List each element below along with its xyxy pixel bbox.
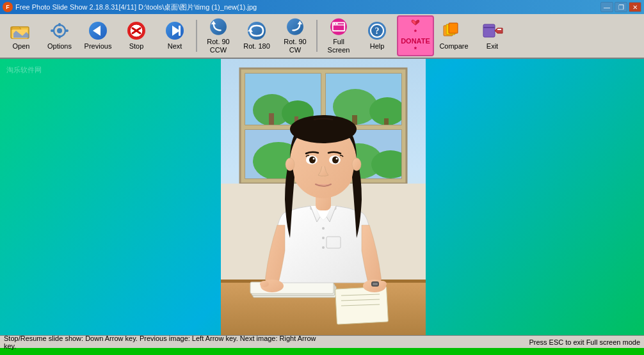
svg-rect-4 (58, 23, 61, 26)
svg-point-17 (210, 19, 227, 35)
svg-point-83 (290, 115, 357, 143)
titlebar-title: Free Photo Slide Show 2.18.8.31[4/11] D:… (15, 3, 257, 12)
photo-container (221, 59, 426, 335)
open-button[interactable]: Open (3, 15, 40, 56)
options-button[interactable]: Options (41, 15, 78, 56)
status-left-text: Stop/Resume slide show: Down Arrow key. … (4, 335, 322, 350)
svg-rect-36 (483, 27, 495, 28)
rot90ccw-button[interactable]: Rot. 90 CCW (200, 15, 237, 56)
watermark: 淘乐软件网 (6, 65, 42, 75)
fullscreen-icon (327, 17, 350, 36)
svg-point-95 (322, 246, 325, 249)
titlebar-controls[interactable]: — ❐ ✕ (600, 2, 641, 12)
help-button[interactable]: ? Help (358, 15, 396, 56)
svg-rect-80 (373, 283, 378, 285)
titlebar-left: F Free Photo Slide Show 2.18.8.31[4/11] … (3, 2, 257, 12)
svg-point-78 (378, 281, 387, 287)
rot90ccw-icon (207, 17, 230, 36)
rot90cw-label: Rot. 90 CW (278, 38, 312, 54)
svg-point-3 (57, 28, 62, 33)
next-label: Next (168, 42, 182, 51)
svg-rect-7 (65, 29, 68, 32)
svg-point-89 (336, 158, 338, 160)
help-icon: ? (366, 20, 389, 41)
minimize-button[interactable]: — (600, 2, 613, 12)
svg-point-91 (352, 158, 361, 171)
svg-rect-6 (51, 29, 54, 32)
status-right-text: Press ESC to exit Full screen mode (322, 338, 640, 346)
previous-icon (86, 20, 109, 41)
svg-rect-34 (449, 23, 458, 33)
close-button[interactable]: ✕ (629, 2, 641, 12)
svg-rect-16 (179, 26, 181, 36)
fullscreen-button[interactable]: Full Screen (320, 15, 357, 56)
rot90cw-icon (284, 17, 307, 36)
main-area: 淘乐软件网 (0, 59, 644, 335)
rot180-label: Rot. 180 (243, 42, 270, 51)
rot180-button[interactable]: Rot. 180 (238, 15, 275, 56)
options-icon (48, 20, 71, 41)
svg-point-94 (322, 237, 325, 239)
photo-display (221, 59, 426, 335)
open-label: Open (13, 42, 30, 51)
separator-2 (316, 20, 318, 52)
rot90ccw-label: Rot. 90 CCW (202, 38, 235, 54)
donate-button[interactable]: * DONATE * (397, 15, 434, 56)
stop-button[interactable]: Stop (118, 15, 155, 56)
previous-button[interactable]: Previous (79, 15, 117, 56)
compare-label: Compare (439, 42, 468, 51)
exit-button[interactable]: Exit (474, 15, 511, 56)
rot90cw-button[interactable]: Rot. 90 CW (277, 15, 314, 56)
svg-point-27 (336, 23, 338, 25)
compare-icon (442, 20, 465, 41)
svg-point-87 (332, 157, 339, 164)
titlebar: F Free Photo Slide Show 2.18.8.31[4/11] … (0, 0, 644, 14)
rot180-icon (245, 20, 268, 41)
svg-rect-52 (269, 113, 274, 125)
compare-button[interactable]: Compare (435, 15, 472, 56)
svg-point-26 (334, 23, 335, 25)
fullscreen-label: Full Screen (322, 38, 355, 54)
options-label: Options (47, 42, 72, 51)
next-icon (163, 20, 186, 41)
previous-label: Previous (85, 42, 112, 51)
svg-point-88 (313, 158, 315, 160)
donate-label: * DONATE * (399, 28, 431, 54)
svg-point-90 (286, 158, 294, 171)
next-button[interactable]: Next (156, 15, 193, 56)
open-icon (10, 20, 33, 41)
exit-icon (481, 20, 504, 41)
donate-icon (404, 18, 427, 27)
svg-point-77 (260, 281, 269, 287)
svg-text:?: ? (375, 26, 380, 36)
stop-label: Stop (129, 42, 144, 51)
svg-rect-58 (384, 118, 389, 125)
svg-point-21 (287, 19, 303, 35)
exit-label: Exit (487, 42, 498, 51)
svg-rect-5 (58, 35, 61, 38)
stop-icon (125, 20, 148, 41)
svg-rect-35 (483, 24, 495, 37)
svg-point-86 (309, 157, 316, 164)
separator-1 (196, 20, 197, 52)
help-label: Help (370, 42, 385, 51)
toolbar: Open Options Previous (0, 14, 644, 59)
statusbar: Stop/Resume slide show: Down Arrow key. … (0, 335, 644, 348)
app-icon: F (3, 2, 13, 12)
svg-point-93 (322, 227, 325, 230)
restore-button[interactable]: ❐ (615, 2, 627, 12)
